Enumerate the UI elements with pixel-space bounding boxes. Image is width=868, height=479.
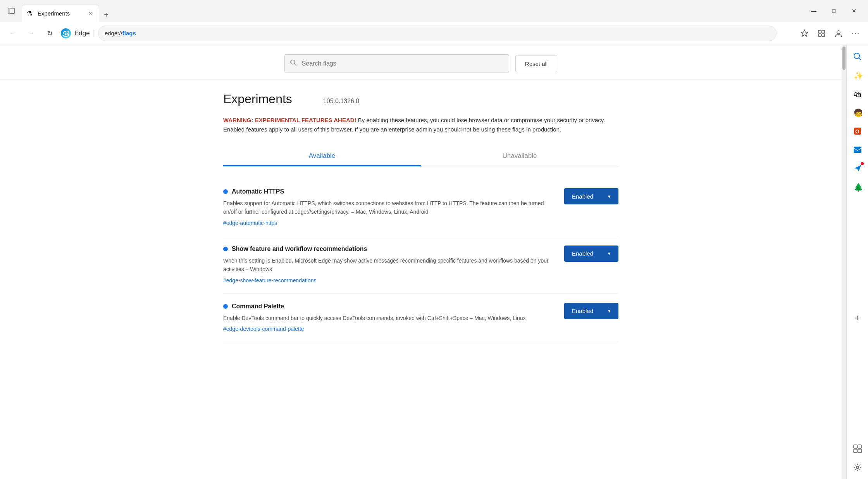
svg-rect-4: [818, 30, 821, 33]
more-button[interactable]: ···: [848, 26, 863, 41]
flag-info: Automatic HTTPS Enables support for Auto…: [223, 188, 549, 227]
flag-description: When this setting is Enabled, Microsoft …: [223, 256, 549, 274]
flag-name: Show feature and workflow recommendation…: [223, 246, 549, 252]
sidebar-office-button[interactable]: O: [849, 123, 866, 140]
title-bar-left: [5, 4, 19, 18]
tab-unavailable[interactable]: Unavailable: [421, 147, 618, 166]
chevron-down-icon: ▾: [608, 194, 611, 199]
sidebar-outlook-button[interactable]: [849, 141, 866, 158]
flags-tabs: Available Unavailable: [223, 147, 618, 166]
flag-description: Enables support for Automatic HTTPS, whi…: [223, 199, 549, 216]
svg-rect-6: [818, 34, 821, 36]
search-flags-input[interactable]: [284, 54, 509, 73]
nav-tools: 🔊 ··: [780, 26, 863, 41]
flag-button-label: Enabled: [572, 250, 593, 257]
flag-link[interactable]: #edge-automatic-https: [223, 220, 277, 226]
sidebar-shopping-button[interactable]: 🛍: [849, 85, 866, 102]
flag-button-label: Enabled: [572, 308, 593, 314]
notification-dot: [861, 162, 864, 165]
flag-enabled-button[interactable]: Enabled ▾: [564, 303, 618, 319]
flag-link[interactable]: #edge-devtools-command-palette: [223, 326, 304, 332]
active-tab[interactable]: ⚗ Experiments ✕: [22, 5, 99, 22]
main-area: Reset all Experiments 105.0.1326.0 WARNI…: [0, 45, 868, 479]
flag-item: Show feature and workflow recommendation…: [223, 236, 618, 294]
new-tab-button[interactable]: +: [99, 8, 113, 22]
address-bar-container: Edge | edge://flags: [60, 26, 777, 41]
page-content: Experiments 105.0.1326.0 WARNING: EXPERI…: [208, 80, 634, 354]
search-bar-row: Reset all: [0, 45, 842, 80]
scrollbar-thumb[interactable]: [842, 47, 846, 70]
svg-text:O: O: [855, 128, 859, 135]
reset-all-button[interactable]: Reset all: [515, 55, 557, 72]
flag-name: Command Palette: [223, 303, 549, 310]
chevron-down-icon: ▾: [608, 251, 611, 256]
edge-logo: Edge: [60, 28, 90, 39]
flags-list: Automatic HTTPS Enables support for Auto…: [223, 179, 618, 342]
flag-enabled-button[interactable]: Enabled ▾: [564, 246, 618, 262]
forward-button[interactable]: →: [23, 26, 39, 41]
browser-window: ⚗ Experiments ✕ + — □ ✕ ← → ↻: [0, 0, 868, 479]
tab-strip: ⚗ Experiments ✕ +: [22, 0, 801, 22]
flag-link[interactable]: #edge-show-feature-recommendations: [223, 277, 316, 284]
flag-name-text: Automatic HTTPS: [232, 188, 284, 195]
flag-info: Show feature and workflow recommendation…: [223, 246, 549, 284]
flag-dot: [223, 189, 228, 194]
sidebar-settings-button[interactable]: [849, 459, 866, 476]
minimize-button[interactable]: —: [804, 4, 823, 18]
maximize-button[interactable]: □: [825, 4, 843, 18]
version-text: 105.0.1326.0: [323, 98, 359, 105]
collections-button[interactable]: [814, 26, 829, 41]
close-button[interactable]: ✕: [845, 4, 863, 18]
svg-rect-1: [8, 8, 10, 14]
flag-dot: [223, 304, 228, 309]
svg-text:🧒: 🧒: [854, 108, 862, 117]
sidebar-tree-button[interactable]: 🌲: [849, 178, 866, 195]
svg-point-8: [837, 31, 840, 34]
sidebar-copilot-button[interactable]: ✨: [849, 67, 866, 84]
sidebar-toggle-button[interactable]: [5, 4, 19, 18]
edge-label: Edge: [74, 29, 90, 37]
read-aloud-button[interactable]: 🔊: [780, 26, 795, 41]
window-controls: — □ ✕: [804, 4, 863, 18]
sidebar-customize-button[interactable]: [849, 440, 866, 457]
address-divider: |: [93, 29, 95, 38]
flag-name: Automatic HTTPS: [223, 188, 549, 195]
favorites-button[interactable]: [797, 26, 812, 41]
sidebar-send-button[interactable]: [849, 160, 866, 177]
svg-rect-18: [854, 445, 857, 448]
flag-item: Automatic HTTPS Enables support for Auto…: [223, 179, 618, 236]
sidebar-search-button[interactable]: [849, 48, 866, 65]
page-header: Experiments 105.0.1326.0: [223, 92, 618, 106]
refresh-button[interactable]: ↻: [42, 26, 57, 41]
svg-text:✨: ✨: [854, 71, 862, 80]
svg-rect-16: [854, 147, 861, 153]
flag-control: Enabled ▾: [564, 246, 618, 262]
address-flags: flags: [122, 30, 136, 36]
address-prefix: edge://: [105, 30, 122, 36]
svg-rect-21: [858, 449, 861, 453]
address-bar[interactable]: edge://flags: [98, 26, 777, 41]
content-area: Reset all Experiments 105.0.1326.0 WARNI…: [0, 45, 842, 479]
search-wrapper: [284, 54, 509, 73]
flag-control: Enabled ▾: [564, 303, 618, 319]
flag-item: Command Palette Enable DevTools command …: [223, 294, 618, 342]
tab-available[interactable]: Available: [223, 147, 421, 166]
flag-description: Enable DevTools command bar to quickly a…: [223, 314, 549, 322]
warning-prefix: WARNING: EXPERIMENTAL FEATURES AHEAD!: [223, 117, 356, 123]
flag-enabled-button[interactable]: Enabled ▾: [564, 188, 618, 204]
search-icon: [290, 59, 297, 68]
sidebar-add-button[interactable]: +: [849, 310, 866, 327]
navigation-bar: ← → ↻ Edge |: [0, 22, 868, 45]
tab-close-button[interactable]: ✕: [86, 10, 94, 17]
flag-name-text: Command Palette: [232, 303, 284, 310]
sidebar-kids-button[interactable]: 🧒: [849, 104, 866, 121]
flag-control: Enabled ▾: [564, 188, 618, 204]
back-button[interactable]: ←: [5, 26, 20, 41]
tab-label: Experiments: [38, 10, 83, 17]
chevron-down-icon: ▾: [608, 308, 611, 314]
scrollbar-track[interactable]: [842, 45, 846, 479]
title-bar: ⚗ Experiments ✕ + — □ ✕: [0, 0, 868, 22]
flag-info: Command Palette Enable DevTools command …: [223, 303, 549, 332]
profile-button[interactable]: [831, 26, 846, 41]
warning-text: WARNING: EXPERIMENTAL FEATURES AHEAD! By…: [223, 116, 618, 134]
